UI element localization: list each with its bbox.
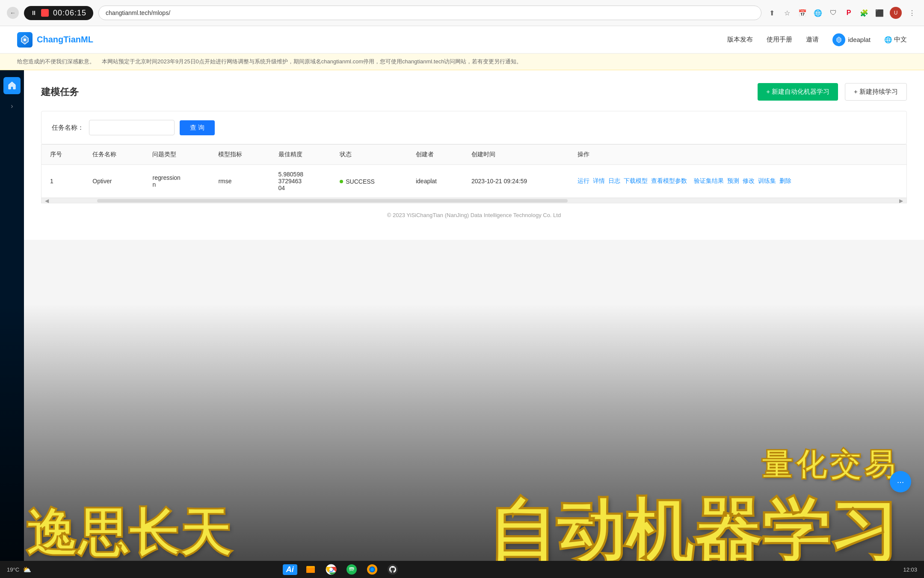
taskbar-github-icon[interactable]	[386, 563, 400, 576]
header-actions: + 新建自动化机器学习 + 新建持续学习	[758, 83, 907, 101]
action-validate-results[interactable]: 验证集结果	[694, 177, 724, 185]
taskbar-spotify-icon[interactable]	[345, 563, 358, 576]
action-links-row: 运行 详情 日志 下载模型 查看模型参数 验证集结果 预测 修改	[578, 177, 898, 185]
share-icon[interactable]: ⬆	[767, 8, 777, 18]
search-form: 任务名称： 查 询	[52, 120, 896, 135]
cell-status: SUCCESS	[331, 165, 407, 198]
sidebar-icon[interactable]: ⬛	[874, 8, 885, 18]
menu-icon[interactable]: ⋮	[907, 8, 917, 18]
pause-icon[interactable]: ⏸	[31, 9, 37, 16]
pinterest-icon[interactable]: P	[844, 8, 854, 18]
browser-icons: ⬆ ☆ 📅 🌐 🛡 P 🧩 ⬛ U ⋮	[767, 7, 917, 19]
taskbar-time: 12:03	[903, 566, 917, 573]
user-avatar-nav	[832, 33, 845, 46]
col-name: 任务名称	[84, 145, 144, 165]
main-layout: › 建模任务 + 新建自动化机器学习 + 新建持续学习 任务名称：	[0, 70, 924, 578]
cell-id: 1	[41, 165, 84, 198]
cell-name: Optiver	[84, 165, 144, 198]
table-row: 1 Optiver regression n rmse 5.980598 372…	[41, 165, 906, 198]
svg-point-13	[388, 564, 398, 575]
recording-timer: 00:06:15	[53, 9, 86, 18]
recording-controls: ⏸ 00:06:15	[24, 6, 93, 20]
app-container: ChangTianML 版本发布 使用手册 邀请 ideaplat 🌐 中文 给…	[0, 26, 924, 578]
stop-button[interactable]	[41, 9, 49, 17]
new-auto-ml-button[interactable]: + 新建自动化机器学习	[758, 83, 838, 101]
chat-icon: ···	[897, 477, 904, 487]
action-download-model[interactable]: 下载模型	[624, 177, 648, 185]
search-input[interactable]	[89, 120, 175, 135]
page-header: 建模任务 + 新建自动化机器学习 + 新建持续学习	[41, 83, 907, 101]
col-created-time: 创建时间	[463, 145, 569, 165]
col-id: 序号	[41, 145, 84, 165]
bookmark-icon[interactable]: ☆	[782, 8, 792, 18]
taskbar-icons: Ai	[283, 563, 400, 576]
browser-chrome: ← ⏸ 00:06:15 changtianml.tech/mlops/ ⬆ ☆…	[0, 0, 924, 26]
new-continue-learn-button[interactable]: + 新建持续学习	[845, 83, 907, 101]
taskbar: 19°C ⛅ Ai	[0, 561, 924, 578]
back-button[interactable]: ←	[7, 7, 19, 19]
scroll-right-arrow[interactable]: ▶	[899, 198, 903, 204]
taskbar-temperature: 19°C	[7, 566, 19, 573]
horizontal-scrollbar[interactable]: ◀ ▶	[41, 198, 906, 203]
search-area: 任务名称： 查 询	[41, 111, 907, 144]
sidebar: ›	[0, 70, 24, 578]
username: ideaplat	[848, 36, 871, 43]
search-button[interactable]: 查 询	[180, 120, 215, 135]
action-train-set[interactable]: 训练集	[758, 177, 776, 185]
status-dot	[340, 180, 343, 183]
alert-main-text: 本网站预定于北京时间2023年9月25日0点开始进行网络调整与系统升级维护，期间…	[102, 58, 522, 66]
calendar-icon[interactable]: 📅	[797, 8, 808, 18]
version-release-link[interactable]: 版本发布	[727, 36, 753, 44]
nav-right: 版本发布 使用手册 邀请 ideaplat 🌐 中文	[727, 33, 907, 46]
svg-point-8	[329, 568, 333, 571]
col-metric: 模型指标	[210, 145, 270, 165]
task-table: 序号 任务名称 问题类型 模型指标 最佳精度 状态 创建者 创建时间 操作	[41, 145, 906, 198]
footer-text: © 2023 YiSiChangTian (NanJing) Data Inte…	[387, 212, 561, 218]
taskbar-chrome-icon[interactable]	[324, 563, 338, 576]
sidebar-item-expand[interactable]: ›	[3, 98, 21, 115]
user-avatar[interactable]: U	[890, 7, 902, 19]
cell-created-time: 2023-10-21 09:24:59	[463, 165, 569, 198]
taskbar-left: 19°C ⛅	[7, 566, 31, 574]
status-badge: SUCCESS	[340, 178, 375, 185]
shield-icon[interactable]: 🛡	[828, 8, 838, 18]
action-view-model-params[interactable]: 查看模型参数	[651, 177, 687, 185]
action-detail[interactable]: 详情	[593, 177, 605, 185]
url-text: changtianml.tech/mlops/	[106, 9, 170, 16]
alert-banner: 给您造成的不便我们深感歉意。 本网站预定于北京时间2023年9月25日0点开始进…	[0, 54, 924, 70]
col-status: 状态	[331, 145, 407, 165]
taskbar-right: 12:03	[903, 566, 917, 573]
address-bar[interactable]: changtianml.tech/mlops/	[98, 6, 761, 20]
col-creator: 创建者	[407, 145, 463, 165]
page-footer: © 2023 YiSiChangTian (NanJing) Data Inte…	[41, 203, 907, 227]
action-delete[interactable]: 删除	[779, 177, 791, 185]
svg-point-12	[370, 568, 374, 571]
action-predict[interactable]: 预测	[727, 177, 739, 185]
action-run[interactable]: 运行	[578, 177, 589, 185]
table-container: 序号 任务名称 问题类型 模型指标 最佳精度 状态 创建者 创建时间 操作	[41, 144, 907, 203]
translate-icon[interactable]: 🌐	[813, 8, 823, 18]
browser-toolbar: ← ⏸ 00:06:15 changtianml.tech/mlops/ ⬆ ☆…	[0, 0, 924, 26]
taskbar-firefox-icon[interactable]	[365, 563, 379, 576]
cell-problem-type: regression n	[144, 165, 210, 198]
float-chat-button[interactable]: ···	[890, 471, 911, 492]
content-area: 建模任务 + 新建自动化机器学习 + 新建持续学习 任务名称： 查 询	[24, 70, 924, 578]
action-log[interactable]: 日志	[608, 177, 620, 185]
user-menu[interactable]: ideaplat	[832, 33, 871, 46]
taskbar-ai-icon[interactable]: Ai	[283, 563, 297, 576]
taskbar-file-icon[interactable]	[304, 563, 317, 576]
invite-link[interactable]: 邀请	[806, 36, 819, 44]
table-body: 1 Optiver regression n rmse 5.980598 372…	[41, 165, 906, 198]
scroll-thumb[interactable]	[97, 199, 568, 203]
language-selector[interactable]: 🌐 中文	[884, 36, 907, 44]
logo-icon	[17, 32, 33, 48]
extension-icon[interactable]: 🧩	[859, 8, 869, 18]
cell-actions: 运行 详情 日志 下载模型 查看模型参数 验证集结果 预测 修改	[569, 165, 906, 198]
alert-short-text: 给您造成的不便我们深感歉意。	[17, 58, 95, 66]
svg-point-9	[346, 564, 357, 575]
scroll-left-arrow[interactable]: ◀	[45, 198, 49, 204]
page-title: 建模任务	[41, 86, 79, 98]
manual-link[interactable]: 使用手册	[767, 36, 792, 44]
sidebar-item-home[interactable]	[3, 77, 21, 94]
action-edit[interactable]: 修改	[743, 177, 755, 185]
